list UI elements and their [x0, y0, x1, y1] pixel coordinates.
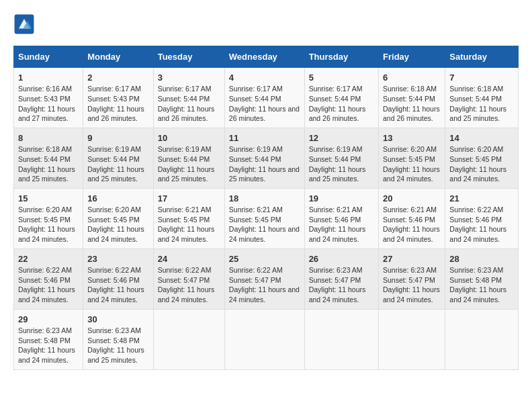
calendar-cell — [379, 309, 445, 369]
day-sunrise: Sunrise: 6:22 AM — [18, 265, 79, 275]
day-sunrise: Sunrise: 6:23 AM — [383, 265, 441, 275]
day-sunset: Sunset: 5:45 PM — [449, 154, 514, 165]
header-tuesday: Tuesday — [153, 46, 224, 68]
day-sunrise: Sunrise: 6:23 AM — [18, 326, 79, 336]
day-daylight: Daylight: 11 hours and 24 minutes. — [158, 224, 220, 244]
day-number: 14 — [449, 132, 514, 144]
day-sunrise: Sunrise: 6:17 AM — [87, 84, 149, 94]
day-daylight: Daylight: 11 hours and 25 minutes. — [229, 165, 300, 184]
day-sunrise: Sunrise: 6:19 AM — [309, 144, 374, 154]
day-daylight: Daylight: 11 hours and 24 minutes. — [87, 285, 149, 304]
day-sunset: Sunset: 5:44 PM — [309, 94, 374, 104]
calendar-cell: 12 Sunrise: 6:19 AM Sunset: 5:44 PM Dayl… — [304, 128, 378, 188]
day-daylight: Daylight: 11 hours and 26 minutes. — [229, 104, 300, 124]
day-sunset: Sunset: 5:44 PM — [309, 154, 374, 165]
day-number: 10 — [158, 132, 220, 144]
day-sunset: Sunset: 5:44 PM — [449, 94, 514, 104]
day-sunrise: Sunrise: 6:23 AM — [87, 326, 149, 336]
day-sunset: Sunset: 5:46 PM — [18, 275, 79, 285]
calendar-cell: 21 Sunrise: 6:22 AM Sunset: 5:46 PM Dayl… — [445, 188, 519, 248]
day-number: 7 — [449, 72, 514, 84]
calendar-cell: 25 Sunrise: 6:22 AM Sunset: 5:47 PM Dayl… — [224, 248, 304, 309]
header-thursday: Thursday — [304, 46, 378, 68]
day-number: 16 — [87, 193, 149, 205]
day-sunrise: Sunrise: 6:21 AM — [158, 205, 220, 215]
calendar-cell: 22 Sunrise: 6:22 AM Sunset: 5:46 PM Dayl… — [14, 248, 83, 309]
day-sunrise: Sunrise: 6:20 AM — [449, 144, 514, 154]
day-sunset: Sunset: 5:45 PM — [87, 215, 149, 225]
calendar-cell: 16 Sunrise: 6:20 AM Sunset: 5:45 PM Dayl… — [83, 188, 154, 248]
day-daylight: Daylight: 11 hours and 24 minutes. — [449, 285, 514, 304]
calendar-cell: 3 Sunrise: 6:17 AM Sunset: 5:44 PM Dayli… — [153, 68, 224, 128]
day-daylight: Daylight: 11 hours and 26 minutes. — [158, 104, 220, 124]
day-sunrise: Sunrise: 6:21 AM — [229, 205, 300, 215]
calendar-cell: 13 Sunrise: 6:20 AM Sunset: 5:45 PM Dayl… — [379, 128, 445, 188]
day-sunset: Sunset: 5:45 PM — [383, 154, 441, 165]
day-daylight: Daylight: 11 hours and 24 minutes. — [449, 224, 514, 244]
day-number: 26 — [309, 253, 374, 265]
day-sunrise: Sunrise: 6:20 AM — [87, 205, 149, 215]
day-daylight: Daylight: 11 hours and 24 minutes. — [309, 285, 374, 304]
day-number: 5 — [309, 72, 374, 84]
calendar-cell — [445, 309, 519, 369]
calendar-cell: 4 Sunrise: 6:17 AM Sunset: 5:44 PM Dayli… — [224, 68, 304, 128]
day-number: 12 — [309, 132, 374, 144]
day-daylight: Daylight: 11 hours and 24 minutes. — [383, 165, 441, 184]
header-wednesday: Wednesday — [224, 46, 304, 68]
calendar-cell: 15 Sunrise: 6:20 AM Sunset: 5:45 PM Dayl… — [14, 188, 83, 248]
day-daylight: Daylight: 11 hours and 25 minutes. — [87, 345, 149, 365]
day-daylight: Daylight: 11 hours and 24 minutes. — [87, 224, 149, 244]
day-sunset: Sunset: 5:44 PM — [158, 154, 220, 165]
day-sunset: Sunset: 5:43 PM — [18, 94, 79, 104]
calendar-cell — [304, 309, 378, 369]
header-monday: Monday — [83, 46, 154, 68]
calendar-header-row: SundayMondayTuesdayWednesdayThursdayFrid… — [14, 46, 519, 68]
day-sunset: Sunset: 5:43 PM — [87, 94, 149, 104]
day-sunrise: Sunrise: 6:18 AM — [18, 144, 79, 154]
day-sunrise: Sunrise: 6:22 AM — [87, 265, 149, 275]
calendar-cell: 11 Sunrise: 6:19 AM Sunset: 5:44 PM Dayl… — [224, 128, 304, 188]
day-daylight: Daylight: 11 hours and 24 minutes. — [309, 224, 374, 244]
calendar-cell: 23 Sunrise: 6:22 AM Sunset: 5:46 PM Dayl… — [83, 248, 154, 309]
day-number: 23 — [87, 253, 149, 265]
day-sunrise: Sunrise: 6:19 AM — [158, 144, 220, 154]
header-saturday: Saturday — [445, 46, 519, 68]
calendar-week-row: 15 Sunrise: 6:20 AM Sunset: 5:45 PM Dayl… — [14, 188, 519, 248]
calendar-cell — [224, 309, 304, 369]
day-number: 18 — [229, 193, 300, 205]
day-sunrise: Sunrise: 6:17 AM — [158, 84, 220, 94]
calendar-cell: 20 Sunrise: 6:21 AM Sunset: 5:46 PM Dayl… — [379, 188, 445, 248]
calendar-cell: 2 Sunrise: 6:17 AM Sunset: 5:43 PM Dayli… — [83, 68, 154, 128]
calendar-cell: 9 Sunrise: 6:19 AM Sunset: 5:44 PM Dayli… — [83, 128, 154, 188]
day-sunset: Sunset: 5:44 PM — [229, 154, 300, 165]
day-number: 30 — [87, 314, 149, 326]
day-number: 15 — [18, 193, 79, 205]
day-sunset: Sunset: 5:44 PM — [229, 94, 300, 104]
calendar-cell: 18 Sunrise: 6:21 AM Sunset: 5:45 PM Dayl… — [224, 188, 304, 248]
day-sunrise: Sunrise: 6:18 AM — [383, 84, 441, 94]
calendar-cell: 24 Sunrise: 6:22 AM Sunset: 5:47 PM Dayl… — [153, 248, 224, 309]
day-number: 13 — [383, 132, 441, 144]
calendar-cell: 8 Sunrise: 6:18 AM Sunset: 5:44 PM Dayli… — [14, 128, 83, 188]
day-daylight: Daylight: 11 hours and 24 minutes. — [18, 224, 79, 244]
day-sunset: Sunset: 5:46 PM — [87, 275, 149, 285]
day-sunset: Sunset: 5:48 PM — [87, 336, 149, 346]
day-number: 1 — [18, 72, 79, 84]
day-sunrise: Sunrise: 6:22 AM — [158, 265, 220, 275]
calendar-cell: 6 Sunrise: 6:18 AM Sunset: 5:44 PM Dayli… — [379, 68, 445, 128]
day-daylight: Daylight: 11 hours and 24 minutes. — [229, 285, 300, 304]
calendar-cell: 14 Sunrise: 6:20 AM Sunset: 5:45 PM Dayl… — [445, 128, 519, 188]
day-daylight: Daylight: 11 hours and 24 minutes. — [449, 165, 514, 184]
day-daylight: Daylight: 11 hours and 24 minutes. — [229, 224, 300, 244]
day-daylight: Daylight: 11 hours and 26 minutes. — [309, 104, 374, 124]
calendar-cell: 30 Sunrise: 6:23 AM Sunset: 5:48 PM Dayl… — [83, 309, 154, 369]
day-sunrise: Sunrise: 6:20 AM — [18, 205, 79, 215]
day-number: 4 — [229, 72, 300, 84]
day-sunrise: Sunrise: 6:17 AM — [309, 84, 374, 94]
calendar-week-row: 22 Sunrise: 6:22 AM Sunset: 5:46 PM Dayl… — [14, 248, 519, 309]
day-sunset: Sunset: 5:45 PM — [158, 215, 220, 225]
day-daylight: Daylight: 11 hours and 25 minutes. — [449, 104, 514, 124]
day-number: 27 — [383, 253, 441, 265]
day-number: 3 — [158, 72, 220, 84]
day-number: 25 — [229, 253, 300, 265]
